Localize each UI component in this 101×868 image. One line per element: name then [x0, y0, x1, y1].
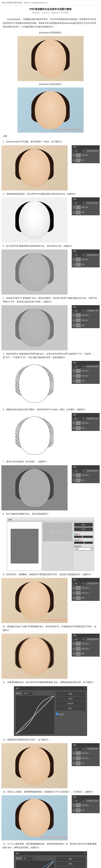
layer-row[interactable]: 背景 副本 2: [72, 591, 99, 596]
layer-row[interactable]: 背景: [72, 808, 99, 813]
blend-mode-select[interactable]: 叠加: [73, 417, 85, 420]
intensity-slider[interactable]: [74, 536, 93, 538]
step-9-text: 9、设置完毕后，渐隐颗粒，将图层的不透明度设置为"50%"，然后执行复制图层命令…: [0, 572, 101, 577]
opacity-label: 不透明度:100%: [86, 150, 98, 152]
curves-grid[interactable]: [16, 696, 54, 734]
step-3-image: [1, 249, 70, 294]
filter-thumb[interactable]: [63, 532, 72, 541]
sub-title: 教程发布：yueteam 教程分类：照片处理: [1, 11, 100, 14]
layer-row[interactable]: 背景 副本: [72, 257, 99, 262]
step-3-text: 3、执行菜单中的"图像/调整/色相/饱和度"命令，将彩色照片去色，如图所示：: [0, 243, 101, 249]
dialog-title: 曲线: [16, 852, 19, 855]
title-block: PS打造淡雅外白边水彩非主流照片教程 教程发布：yueteam 教程分类：照片处…: [0, 5, 101, 16]
auto-button[interactable]: 自动(A): [56, 702, 85, 706]
blend-mode-select[interactable]: 正常: [73, 365, 85, 368]
site-header: 照片处理网PS教程专题 Http://Jc.zhaopianchuli.com: [0, 0, 101, 5]
layer-row[interactable]: 背景 副本 2: [72, 313, 99, 318]
close-icon[interactable]: ✕: [84, 687, 85, 689]
blend-mode-select[interactable]: 正常: [73, 638, 85, 641]
original-image: [18, 36, 83, 81]
blend-mode-select[interactable]: 正常: [73, 582, 85, 585]
main-title: PS打造淡雅外白边水彩非主流照片教程: [1, 8, 100, 11]
layer-row[interactable]: 背景 副本 2: [72, 421, 99, 426]
layer-row[interactable]: 背景 副本 2: [72, 803, 99, 808]
dialog-title: 颗粒: [7, 518, 94, 522]
layers-panel: 图层 正常不透明度:100% 背景 副本 背景: [72, 197, 100, 215]
step-10-image: [1, 633, 70, 679]
layer-row[interactable]: 背景: [72, 596, 99, 601]
layer-row[interactable]: 背景: [72, 262, 99, 267]
steps-header: 步骤：: [0, 133, 101, 139]
step-2-text: 2、选择复制的图层副本，执行菜单中的"滤镜/风格化/查找边缘"命令，如图所示：: [0, 191, 101, 197]
layers-panel: 图层 正常不透明度:50% 背景 副本 3 背景 副本 2 背景: [72, 743, 100, 766]
blend-mode-select[interactable]: 正常: [73, 150, 85, 152]
step-4-image: [1, 305, 70, 350]
layers-panel: 图层 正常不透明度:100% 背景 副本 2 背景 副本 背景: [72, 361, 100, 384]
channel-select[interactable]: 蓝: [23, 857, 35, 860]
layer-row[interactable]: 背景 副本 3: [72, 586, 99, 591]
layers-panel: 图层 正常 不透明度:100% 背景 副本 背景: [72, 145, 100, 163]
step-1-text: 1、在photoshop中打开原图，将背景复制一个副本，如下图所示：: [0, 139, 101, 145]
original-label: photoshop 处理前的照片: [0, 30, 101, 35]
blend-mode-select[interactable]: 正常: [73, 254, 85, 256]
grain-type-select[interactable]: 喷洒: [74, 548, 93, 550]
auto-button[interactable]: 自动(A): [56, 867, 85, 868]
cancel-button[interactable]: 取消: [56, 862, 85, 866]
blend-mode-select[interactable]: 正常: [73, 800, 85, 802]
ok-button[interactable]: 确定: [74, 523, 93, 527]
layer-row[interactable]: 背景 副本 2: [72, 473, 99, 478]
filter-thumb[interactable]: [43, 532, 52, 541]
filter-thumb[interactable]: [53, 532, 62, 541]
layer-row[interactable]: 背景: [72, 323, 99, 328]
channel-select[interactable]: RGB: [23, 692, 35, 695]
layers-panel: 图层 正常不透明度:50% 背景 副本 3 背景 副本 2 背景: [72, 633, 100, 656]
layer-row[interactable]: 背景 副本 2: [72, 646, 99, 651]
step-14-text: 14、为了让人物更清晰，然后调整图像的色阶，将亮色向暗部拖动一点。最后执行菜单中…: [0, 841, 101, 850]
layer-row[interactable]: 背景: [72, 651, 99, 656]
filter-thumb[interactable]: [43, 523, 52, 532]
ok-button[interactable]: 确定: [56, 692, 85, 696]
contrast-slider[interactable]: [74, 541, 93, 544]
options-button[interactable]: 选项...: [56, 707, 85, 710]
layer-row[interactable]: 背景: [72, 761, 99, 766]
layer-row[interactable]: 背景 副本: [72, 318, 99, 323]
layer-row[interactable]: 背景: [72, 210, 99, 215]
close-icon[interactable]: ✕: [84, 852, 85, 855]
cancel-button[interactable]: 取消: [56, 697, 85, 701]
layer-row[interactable]: 背景: [72, 478, 99, 483]
curves-dialog-blue: 曲线✕ 通道(C): 蓝 确定 取消 自动(A) 选项... 预览(P): [14, 851, 87, 868]
cancel-button[interactable]: 取消: [74, 527, 93, 531]
filter-thumb[interactable]: [63, 523, 72, 532]
step-6-text: 6、将图层的混合模式设置为"叠加"，然后同时选中3个Alpha（图层）合并图层，…: [0, 407, 101, 412]
blend-mode-select[interactable]: 正常: [73, 202, 85, 205]
layer-row[interactable]: 背景 副本 3: [72, 751, 99, 756]
blend-mode-select[interactable]: 正常: [73, 747, 85, 750]
layer-row[interactable]: 背景: [72, 379, 99, 384]
blend-mode-select[interactable]: 滤色: [73, 310, 85, 312]
dialog-title: 曲线: [16, 687, 19, 689]
filter-thumb[interactable]: [53, 523, 62, 532]
step-11-text: 11、选择复制图层命令，执行菜单中的"图像/调整/曲线"命令，调整曲线的形状和位…: [0, 679, 101, 685]
curves-grid[interactable]: [16, 861, 54, 868]
grain-filter-dialog: 颗粒 确定 取消 强度 40 对比度 50 颗粒类型 喷洒: [7, 518, 94, 570]
layers-panel: 图层 正常不透明度:100% 背景 副本 背景: [72, 249, 100, 267]
layer-row[interactable]: 背景: [72, 426, 99, 431]
layer-row[interactable]: 背景 副本: [72, 205, 99, 210]
blend-mode-select[interactable]: 正常: [73, 470, 85, 472]
layer-row[interactable]: 背景 副本: [72, 374, 99, 379]
intro-paragraph: 在photoshop中，对图像处理的功能非常强大。其中经常用到的特殊功能是将一张…: [0, 16, 101, 30]
ok-button[interactable]: 确定: [56, 857, 85, 861]
visibility-icon[interactable]: [73, 154, 75, 157]
layer-row[interactable]: 背景 副本: [72, 153, 99, 158]
layer-row[interactable]: 背景: [72, 158, 99, 163]
layer-row[interactable]: 背景 副本 3: [72, 641, 99, 646]
visibility-icon[interactable]: [73, 159, 75, 162]
step-9-image: www.iezhaopianchuli.com: [1, 578, 70, 623]
preview-checkbox[interactable]: 预览(P): [56, 713, 85, 716]
layer-row[interactable]: 背景 副本 2: [72, 369, 99, 374]
layer-row[interactable]: 背景 副本 2: [72, 756, 99, 761]
filter-thumbs: [42, 522, 73, 570]
filter-preview: [7, 522, 42, 570]
step-7-image: [1, 465, 70, 510]
step-10-text: 10、复制图层后执行"滤镜"里"高斯模糊"命令，将半径设置为3，并将图层的不透明…: [0, 624, 101, 633]
